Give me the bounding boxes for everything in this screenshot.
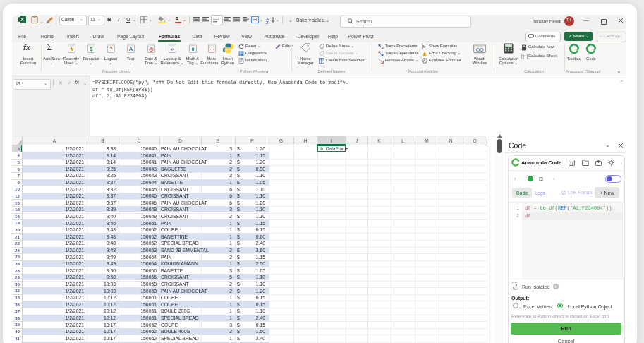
svg-text:⌕: ⌕ [170, 46, 174, 52]
svg-text:fx: fx [423, 44, 426, 49]
svg-text:A: A [129, 46, 133, 52]
svg-text:⋯: ⋯ [209, 46, 215, 52]
svg-text:X: X [20, 17, 24, 22]
svg-text:◴: ◴ [149, 46, 154, 52]
svg-text:θ: θ [191, 46, 194, 52]
svg-text:★: ★ [69, 46, 74, 52]
svg-text:?: ? [109, 46, 113, 52]
svg-text:f: f [423, 59, 425, 63]
